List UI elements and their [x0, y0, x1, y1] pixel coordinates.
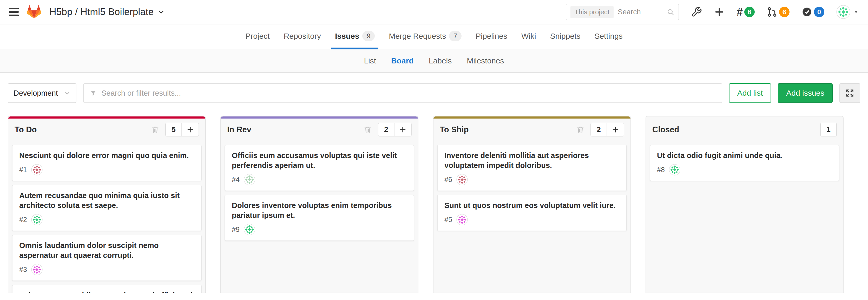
delete-list-icon[interactable]: [363, 125, 372, 134]
board-column-to-ship: To Ship 2 Inventore deleniti mollitia au…: [433, 116, 631, 293]
board-selector-label: Development: [13, 89, 58, 97]
column-count: 5: [166, 123, 181, 136]
new-issue-button[interactable]: [181, 123, 198, 136]
issue-card[interactable]: Autem recusandae quo minima quia iusto s…: [12, 185, 202, 231]
card-list: Nesciunt qui dolore error magni quo quia…: [8, 141, 205, 293]
issues-counter[interactable]: # 6: [737, 6, 755, 18]
issue-number: #1: [19, 166, 27, 174]
column-count-pill: 2: [590, 123, 624, 137]
project-nav: Project Repository Issues 9 Merge Reques…: [0, 24, 868, 50]
tab-repository[interactable]: Repository: [280, 24, 324, 50]
tab-snippets[interactable]: Snippets: [547, 24, 584, 50]
new-plus-icon[interactable]: [714, 6, 725, 18]
board-filter-bar: Development Add list Add issues: [0, 73, 868, 116]
todos-counter[interactable]: 0: [802, 6, 824, 18]
tab-settings[interactable]: Settings: [591, 24, 626, 50]
assignee-avatar: [456, 214, 468, 226]
global-search-input[interactable]: [618, 8, 662, 16]
fullscreen-button[interactable]: [839, 83, 860, 103]
subnav-milestones[interactable]: Milestones: [467, 56, 504, 65]
column-title: To Do: [14, 125, 37, 134]
tab-issues[interactable]: Issues 9: [331, 24, 378, 50]
issue-number: #2: [19, 216, 27, 224]
tab-wiki[interactable]: Wiki: [518, 24, 540, 50]
column-count-pill: 5: [165, 123, 199, 137]
issue-card[interactable]: Voluptates ut cupiditate possimus qui of…: [12, 284, 202, 293]
project-breadcrumb[interactable]: H5bp / Html5 Boilerplate: [50, 6, 165, 18]
subnav-list[interactable]: List: [364, 56, 376, 65]
menu-icon[interactable]: [9, 8, 19, 16]
column-header: In Rev 2: [221, 117, 418, 141]
issue-card[interactable]: Ut dicta odio fugit animi unde quia. #8: [650, 145, 839, 181]
todo-count-badge: 0: [814, 7, 824, 17]
global-search[interactable]: This project: [566, 4, 679, 20]
issue-number: #3: [19, 266, 27, 274]
issue-number: #8: [657, 166, 665, 174]
assignee-avatar: [31, 264, 42, 275]
issues-count-badge: 6: [744, 7, 755, 17]
delete-list-icon[interactable]: [576, 125, 585, 134]
subnav-board[interactable]: Board: [391, 56, 414, 65]
search-scope-chip: This project: [570, 6, 614, 18]
caret-down-icon: [853, 9, 859, 15]
column-header: Closed 1: [646, 117, 843, 141]
merge-request-icon: [767, 6, 778, 18]
tab-pipelines[interactable]: Pipelines: [472, 24, 511, 50]
project-title-text: H5bp / Html5 Boilerplate: [50, 6, 154, 18]
column-count: 2: [378, 123, 394, 136]
admin-wrench-icon[interactable]: [691, 6, 702, 18]
column-header: To Do 5: [8, 117, 205, 141]
plus-icon: [612, 126, 619, 133]
column-count-pill: 2: [378, 123, 412, 137]
assignee-avatar: [31, 164, 42, 176]
issue-filter-field[interactable]: [83, 83, 722, 103]
column-count: 2: [591, 123, 607, 136]
column-count-pill: 1: [820, 123, 837, 137]
issues-hash-icon: #: [737, 6, 743, 18]
issues-subnav: List Board Labels Milestones: [0, 50, 868, 73]
tab-project[interactable]: Project: [242, 24, 273, 50]
issue-filter-input[interactable]: [101, 89, 716, 97]
subnav-labels[interactable]: Labels: [429, 56, 452, 65]
board-column-todo: To Do 5 Nesciunt qui dolore error magni …: [8, 116, 206, 293]
issue-card[interactable]: Officiis eum accusamus voluptas qui iste…: [224, 145, 414, 191]
card-list: Inventore deleniti mollitia aut asperior…: [433, 141, 630, 235]
add-issues-button[interactable]: Add issues: [778, 83, 833, 103]
new-issue-button[interactable]: [394, 123, 411, 136]
assignee-avatar: [244, 174, 255, 185]
add-list-button[interactable]: Add list: [729, 83, 771, 103]
chevron-down-icon: [64, 90, 71, 96]
expand-icon: [845, 88, 855, 98]
issue-card[interactable]: Omnis laudantium dolor suscipit nemo asp…: [12, 235, 202, 281]
plus-icon: [187, 126, 194, 133]
issue-card[interactable]: Nesciunt qui dolore error magni quo quia…: [12, 145, 202, 181]
issue-card[interactable]: Dolores inventore voluptas enim temporib…: [224, 195, 414, 241]
issue-number: #9: [232, 226, 240, 234]
column-title: To Ship: [440, 125, 469, 134]
issue-card[interactable]: Inventore deleniti mollitia aut asperior…: [437, 145, 627, 191]
tab-merge-requests[interactable]: Merge Requests 7: [385, 24, 465, 50]
filter-funnel-icon: [89, 89, 97, 97]
board-column-in-rev: In Rev 2 Officiis eum accusamus voluptas…: [220, 116, 418, 293]
column-header: To Ship 2: [433, 117, 630, 141]
issue-board: To Do 5 Nesciunt qui dolore error magni …: [0, 116, 868, 293]
user-menu[interactable]: [836, 5, 859, 19]
card-list: Officiis eum accusamus voluptas qui iste…: [221, 141, 418, 245]
issue-card[interactable]: Sunt ut quos nostrum eos voluptatum veli…: [437, 195, 627, 231]
board-selector-dropdown[interactable]: Development: [8, 83, 76, 103]
top-navbar: H5bp / Html5 Boilerplate This project # …: [0, 0, 868, 24]
assignee-avatar: [456, 174, 468, 185]
assignee-avatar: [669, 164, 680, 176]
column-title: In Rev: [227, 125, 251, 134]
user-avatar: [836, 5, 850, 19]
issue-number: #4: [232, 176, 240, 184]
merge-requests-counter[interactable]: 6: [767, 6, 789, 18]
chevron-down-icon: [157, 8, 165, 16]
issue-number: #6: [444, 176, 452, 184]
gitlab-logo[interactable]: [27, 5, 41, 19]
gitlab-issue-board-page: H5bp / Html5 Boilerplate This project # …: [0, 0, 868, 300]
new-issue-button[interactable]: [607, 123, 624, 136]
todo-check-icon: [802, 6, 812, 18]
search-icon: [666, 8, 674, 16]
delete-list-icon[interactable]: [151, 125, 160, 134]
